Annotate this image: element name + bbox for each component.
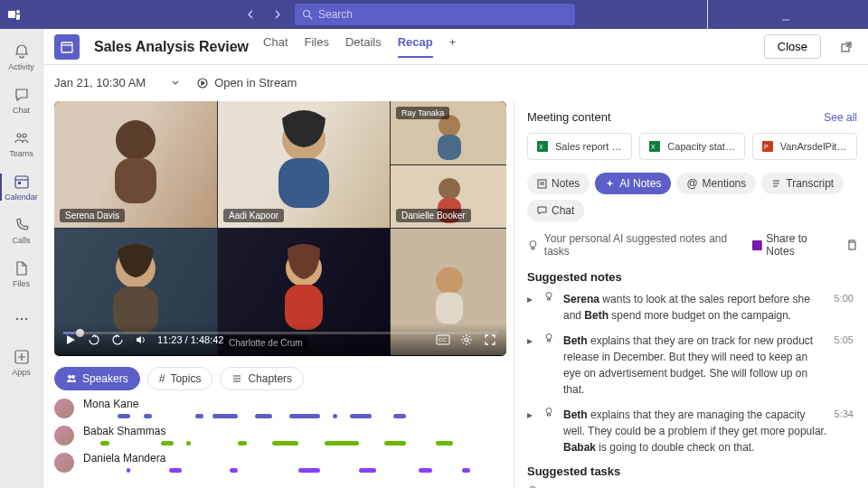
speaker-timeline[interactable] — [83, 468, 514, 474]
svg-point-35 — [68, 375, 71, 379]
svg-rect-31 — [436, 292, 463, 324]
note-item[interactable]: ▸Serena wants to look at the sales repor… — [527, 291, 854, 324]
pill-chat[interactable]: Chat — [527, 200, 584, 221]
tab-chat[interactable]: Chat — [263, 35, 288, 58]
app-rail: Activity Chat Teams Calendar Calls Files… — [0, 29, 43, 488]
bulb-icon — [543, 407, 556, 455]
participant-name: Danielle Booker — [396, 209, 471, 222]
svg-text:X: X — [539, 144, 543, 150]
note-item[interactable]: ▸Beth explains that they are managing th… — [527, 407, 854, 455]
list-icon — [231, 373, 242, 384]
suggested-notes-title: Suggested notes — [527, 270, 854, 284]
rail-activity[interactable]: Activity — [0, 36, 43, 78]
play-button[interactable] — [63, 333, 78, 347]
participant-name: Ray Tanaka — [396, 107, 449, 119]
rail-calls[interactable]: Calls — [0, 210, 43, 251]
note-timestamp: 5:05 — [835, 333, 854, 398]
file-name: VanArsdelPitchDe… — [780, 141, 849, 152]
svg-point-11 — [15, 318, 17, 320]
notes-icon — [537, 179, 547, 189]
bulb-icon — [543, 333, 556, 398]
volume-icon[interactable] — [134, 333, 148, 347]
skip-back-icon[interactable] — [87, 333, 101, 347]
view-speakers[interactable]: Speakers — [54, 367, 140, 390]
svg-point-12 — [20, 318, 22, 320]
note-text: Beth explains that they are managing the… — [563, 407, 827, 455]
pill-mentions[interactable]: @Mentions — [676, 173, 756, 194]
see-all-link[interactable]: See all — [824, 111, 857, 124]
svg-point-13 — [24, 318, 26, 320]
pill-notes[interactable]: Notes — [527, 173, 590, 194]
copy-button[interactable] — [846, 239, 857, 250]
speaker-avatar — [54, 453, 74, 473]
svg-point-47 — [546, 293, 552, 298]
close-button[interactable]: Close — [764, 34, 821, 59]
chevron-right-icon: ▸ — [527, 291, 536, 324]
rail-files[interactable]: Files — [0, 253, 43, 295]
open-in-stream-button[interactable]: Open in Stream — [196, 76, 297, 89]
rail-calendar[interactable]: Calendar — [0, 166, 43, 208]
tab-details[interactable]: Details — [345, 35, 382, 58]
meeting-content-title: Meeting content — [527, 110, 611, 124]
suggested-tasks-title: Suggested tasks — [527, 465, 854, 478]
tab-files[interactable]: Files — [305, 35, 329, 58]
speaker-row[interactable]: Mona Kane — [54, 398, 514, 419]
note-text: Beth explains that they are on track for… — [563, 333, 827, 398]
svg-rect-0 — [8, 11, 15, 18]
cc-icon[interactable]: CC — [436, 333, 450, 347]
add-tab-button[interactable]: + — [449, 35, 457, 58]
svg-point-49 — [546, 408, 552, 414]
stream-icon — [196, 77, 209, 89]
popout-icon[interactable] — [835, 36, 857, 58]
transcript-icon — [771, 179, 781, 189]
pill-transcript[interactable]: Transcript — [761, 173, 844, 194]
file-chip[interactable]: XCapacity stats list… — [639, 133, 744, 160]
fullscreen-icon[interactable] — [483, 333, 497, 347]
speakers-list: Mona KaneBabak ShammasDaniela Mandera — [54, 398, 514, 488]
svg-point-7 — [17, 134, 21, 137]
svg-text:CC: CC — [439, 337, 447, 343]
copy-icon — [846, 239, 857, 250]
view-topics[interactable]: #Topics — [147, 367, 213, 390]
svg-rect-10 — [18, 182, 21, 184]
search-input[interactable]: Search — [295, 4, 575, 25]
recording-player[interactable]: Serena Davis Aadi Kapoor Ray Tanaka Dani… — [54, 101, 506, 356]
sparkle-icon — [605, 179, 615, 189]
tab-recap[interactable]: Recap — [398, 35, 433, 58]
speaker-timeline[interactable] — [83, 441, 514, 446]
nav-forward-button[interactable] — [266, 4, 288, 25]
share-to-notes-button[interactable]: Share to Notes — [752, 232, 837, 258]
window-minimize-icon[interactable] — [776, 10, 796, 30]
file-chip[interactable]: PVanArsdelPitchDe… — [752, 133, 857, 160]
datetime-picker[interactable]: Jan 21, 10:30 AM — [54, 76, 180, 89]
svg-point-30 — [436, 267, 463, 294]
rail-apps[interactable]: Apps — [0, 342, 43, 383]
speaker-name: Daniela Mandera — [83, 452, 514, 465]
svg-point-34 — [465, 338, 468, 342]
view-chapters[interactable]: Chapters — [220, 367, 304, 390]
svg-rect-45 — [752, 240, 762, 250]
svg-point-44 — [530, 240, 536, 247]
nav-back-button[interactable] — [241, 4, 262, 25]
hash-icon: # — [159, 372, 165, 385]
svg-text:X: X — [651, 144, 656, 150]
svg-point-36 — [71, 375, 75, 379]
calendar-icon — [54, 34, 80, 60]
speaker-timeline[interactable] — [83, 414, 514, 419]
note-item[interactable]: ▸Beth explains that they are on track fo… — [527, 333, 854, 398]
meeting-title: Sales Analysis Review — [94, 39, 249, 55]
svg-point-1 — [16, 10, 20, 14]
rail-chat[interactable]: Chat — [0, 80, 43, 121]
speaker-row[interactable]: Babak Shammas — [54, 425, 514, 446]
settings-icon[interactable] — [459, 333, 474, 347]
titlebar: Search — [0, 0, 868, 29]
svg-rect-23 — [438, 135, 461, 160]
speaker-row[interactable]: Daniela Mandera — [54, 452, 514, 474]
skip-forward-icon[interactable] — [110, 333, 125, 347]
recap-subbar: Jan 21, 10:30 AM Open in Stream — [43, 65, 868, 101]
rail-more[interactable] — [0, 298, 43, 340]
pill-ai-notes[interactable]: AI Notes — [595, 173, 671, 194]
rail-teams[interactable]: Teams — [0, 123, 43, 164]
svg-rect-9 — [15, 176, 28, 188]
file-chip[interactable]: XSales report Q4… — [527, 133, 632, 160]
